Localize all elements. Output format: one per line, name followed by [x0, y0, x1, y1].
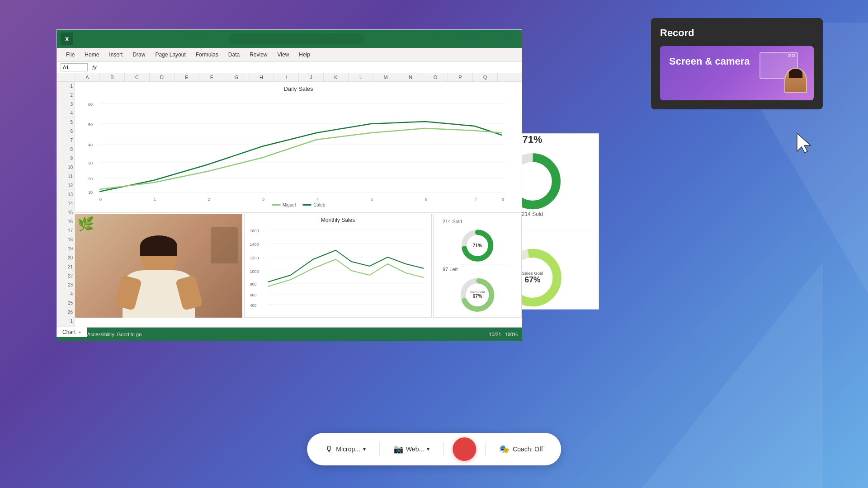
excel-search[interactable] [229, 33, 365, 44]
row-3: 3 [57, 100, 75, 109]
left-label: 97 Left [443, 267, 458, 272]
col-k[interactable]: K [324, 73, 349, 81]
menu-draw[interactable]: Draw [128, 50, 150, 60]
col-h[interactable]: H [249, 73, 274, 81]
col-l[interactable]: L [349, 73, 373, 81]
webcam-feed: 🌿 [75, 214, 242, 318]
svg-text:Sales Goal: Sales Goal [522, 270, 543, 275]
row-19: 19 [57, 244, 75, 253]
col-o[interactable]: O [423, 73, 448, 81]
screen-camera-card[interactable]: Screen & camera [660, 46, 814, 100]
col-a[interactable]: A [75, 73, 100, 81]
excel-fx-icon: fx [90, 64, 99, 71]
monthly-sales-title: Monthly Sales [245, 214, 431, 223]
col-b[interactable]: B [100, 73, 125, 81]
microphone-chevron-icon[interactable]: ▾ [363, 446, 366, 452]
svg-text:6: 6 [425, 197, 427, 202]
row-11: 11 [57, 172, 75, 181]
row-6: 6 [57, 127, 75, 136]
menu-home[interactable]: Home [80, 50, 104, 60]
webcam-button[interactable]: 📷 Web... ▾ [389, 441, 434, 457]
row-24: 4 [57, 290, 75, 299]
microphone-button[interactable]: 🎙 Microp... ▾ [321, 442, 370, 457]
row-7: 7 [57, 136, 75, 145]
row-27: 1 [57, 317, 75, 326]
svg-text:60: 60 [88, 102, 93, 107]
menu-help[interactable]: Help [294, 50, 315, 60]
row-16: 16 [57, 217, 75, 226]
record-panel: Record Screen & camera [651, 18, 823, 109]
excel-sheet-tabs: Chart + [57, 327, 87, 337]
webcam-chevron-icon[interactable]: ▾ [427, 446, 429, 452]
microphone-icon: 🎙 [325, 445, 333, 454]
menu-file[interactable]: File [61, 50, 79, 60]
coach-icon: 🎭 [499, 444, 509, 454]
col-j[interactable]: J [299, 73, 324, 81]
svg-text:67%: 67% [473, 294, 482, 299]
col-d[interactable]: D [150, 73, 175, 81]
recording-toolbar: 🎙 Microp... ▾ 📷 Web... ▾ 🎭 Coach: Off [307, 433, 561, 465]
menu-formulas[interactable]: Formulas [191, 50, 223, 60]
add-sheet-icon[interactable]: + [78, 329, 81, 335]
sold-label: 214 Sold [443, 219, 462, 224]
excel-grid: 1 2 3 4 5 6 7 8 9 10 11 12 13 14 15 16 1… [57, 82, 522, 327]
svg-text:4: 4 [316, 197, 319, 202]
coach-label: Coach: Off [513, 446, 543, 453]
row-2: 2 [57, 91, 75, 100]
svg-text:71%: 71% [473, 243, 482, 248]
svg-text:8: 8 [502, 197, 504, 202]
svg-text:20: 20 [88, 177, 93, 181]
svg-text:1: 1 [154, 197, 156, 202]
status-zoom: 100% [505, 332, 518, 337]
status-right: 10/21 100% [489, 332, 518, 337]
row-26: 26 [57, 308, 75, 317]
svg-text:400: 400 [250, 303, 257, 308]
menu-view[interactable]: View [273, 50, 294, 60]
svg-text:5: 5 [371, 197, 373, 202]
coach-button[interactable]: 🎭 Coach: Off [495, 441, 547, 457]
chart-tab[interactable]: Chart + [57, 327, 87, 337]
excel-topbar: X [57, 30, 522, 48]
col-p[interactable]: P [448, 73, 473, 81]
menu-insert[interactable]: Insert [104, 50, 127, 60]
screen-camera-preview [755, 50, 809, 95]
excel-formula-input[interactable] [101, 64, 518, 70]
menu-data[interactable]: Data [224, 50, 244, 60]
donut-charts-panel: 214 Sold 71% 97 Left Sales Goal 67% [433, 214, 522, 318]
svg-text:800: 800 [250, 282, 257, 286]
row-21: 21 [57, 263, 75, 272]
menu-page-layout[interactable]: Page Layout [151, 50, 190, 60]
monthly-sales-chart: Monthly Sales 1600 1400 1200 1000 800 60… [244, 214, 432, 318]
excel-window: X File Home Insert Draw Page Layout Form… [57, 29, 522, 328]
row-22: 22 [57, 272, 75, 281]
plant-decoration: 🌿 [77, 216, 94, 232]
col-q[interactable]: Q [473, 73, 498, 81]
col-c[interactable]: C [125, 73, 150, 81]
svg-text:Sales Goal: Sales Goal [470, 291, 485, 294]
col-f[interactable]: F [199, 73, 224, 81]
menu-review[interactable]: Review [245, 50, 272, 60]
row-25: 25 [57, 299, 75, 308]
right-donut-percent-top: 71% [522, 134, 542, 145]
svg-text:67%: 67% [524, 275, 540, 284]
screen-camera-option[interactable]: Screen & camera [660, 46, 814, 100]
row-8: 8 [57, 145, 75, 154]
col-g[interactable]: G [224, 73, 249, 81]
excel-statusbar: Ready ♿ Accessibility: Good to go 10/21 … [57, 328, 522, 341]
toolbar-divider-1 [379, 442, 380, 456]
col-n[interactable]: N [398, 73, 423, 81]
row-17: 17 [57, 226, 75, 235]
row-4: 4 [57, 109, 75, 118]
excel-namebox[interactable] [61, 63, 88, 71]
row-14: 14 [57, 199, 75, 208]
excel-corner [57, 73, 75, 81]
row-10: 10 [57, 163, 75, 172]
row-18: 18 [57, 235, 75, 244]
col-e[interactable]: E [175, 73, 199, 81]
svg-text:600: 600 [250, 293, 257, 297]
svg-text:7: 7 [475, 197, 477, 202]
col-m[interactable]: M [373, 73, 398, 81]
record-button[interactable] [453, 437, 476, 461]
excel-formulabar: fx [57, 62, 522, 73]
col-i[interactable]: I [274, 73, 299, 81]
